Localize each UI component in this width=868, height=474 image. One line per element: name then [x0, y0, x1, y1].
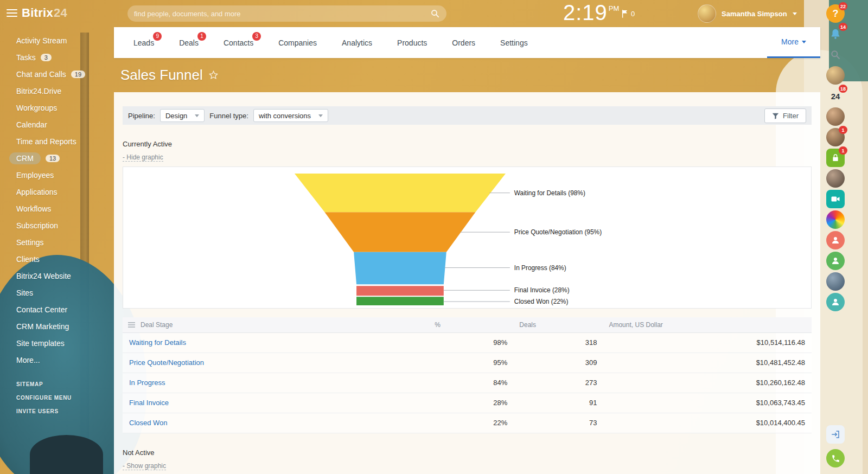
nav-more-button[interactable]: More — [767, 27, 820, 58]
sidebar-item-chat-and-calls[interactable]: Chat and Calls19 — [16, 69, 114, 79]
column-header-amount-us-dollar[interactable]: Amount, US Dollar — [603, 317, 812, 332]
tab-label: Leads — [133, 39, 154, 47]
clock-widget[interactable]: 2:19PM — [563, 1, 618, 25]
sidebar-item-label: Bitrix24 Website — [16, 272, 71, 280]
deals-cell: 318 — [514, 332, 603, 353]
sidebar-footer-link-sitemap[interactable]: SITEMAP — [16, 381, 114, 387]
sidebar-item-settings[interactable]: Settings — [16, 238, 114, 247]
sidebar-item-more[interactable]: More... — [16, 355, 114, 365]
tab-leads[interactable]: Leads9 — [133, 39, 154, 47]
secure-chat-lock-icon[interactable]: 1 — [826, 149, 845, 167]
user-avatar[interactable] — [826, 169, 845, 188]
user-avatar[interactable] — [826, 272, 845, 291]
user-avatar[interactable]: 1 — [826, 128, 845, 146]
sidebar-footer-link-configure-menu[interactable]: CONFIGURE MENU — [16, 395, 114, 401]
sidebar-item-time-and-reports[interactable]: Time and Reports — [16, 137, 114, 146]
table-row[interactable]: In Progress84%273$10,260,162.48 — [123, 373, 812, 393]
bitrix24-messenger-counter[interactable]: 2418 — [826, 87, 845, 105]
funnel-stage-final-invoice — [356, 286, 444, 296]
deal-stage-link[interactable]: Closed Won — [129, 419, 168, 427]
favorite-star-icon[interactable] — [208, 70, 219, 80]
deal-stage-link[interactable]: Price Quote/Negotiation — [129, 358, 204, 367]
sidebar-item-clients[interactable]: Clients — [16, 254, 114, 264]
user-avatar[interactable] — [826, 66, 845, 85]
filter-button[interactable]: Filter — [764, 108, 806, 123]
pipeline-select[interactable]: Design — [160, 109, 205, 122]
deal-stage-link[interactable]: Waiting for Details — [129, 338, 186, 347]
funnel-type-label: Funnel type: — [209, 112, 248, 120]
sidebar-item-employees[interactable]: Employees — [16, 170, 114, 180]
tab-deals[interactable]: Deals1 — [179, 39, 199, 47]
table-settings-icon[interactable] — [128, 322, 135, 329]
sidebar-item-bitrix24-website[interactable]: Bitrix24 Website — [16, 271, 114, 281]
tab-label: Deals — [179, 39, 199, 47]
sidebar-item-label: Calendar — [16, 120, 47, 129]
help-icon[interactable]: ?22 — [826, 4, 845, 23]
crm-nav-bar: Leads9Deals1Contacts3CompaniesAnalyticsP… — [114, 27, 820, 58]
contact-person-icon[interactable] — [826, 231, 845, 249]
user-menu[interactable]: Samantha Simpson — [698, 4, 797, 23]
sidebar-footer-link-invite-users[interactable]: INVITE USERS — [16, 408, 114, 414]
notifications-bell-icon[interactable]: 14 — [826, 25, 845, 43]
tab-orders[interactable]: Orders — [452, 39, 475, 47]
column-header-[interactable]: % — [429, 317, 514, 332]
sidebar-item-badge: 19 — [71, 71, 85, 78]
sidebar-item-activity-stream[interactable]: Activity Stream — [16, 36, 114, 46]
global-search[interactable] — [127, 5, 446, 22]
deal-stage-link[interactable]: Final Invoice — [129, 399, 169, 407]
sidebar-item-label: CRM Marketing — [16, 322, 69, 331]
video-call-icon[interactable] — [826, 190, 845, 208]
sidebar-item-workflows[interactable]: Workflows — [16, 204, 114, 214]
table-row[interactable]: Closed Won22%73$10,014,400.45 — [123, 413, 812, 433]
tab-analytics[interactable]: Analytics — [342, 39, 372, 47]
pct-cell: 84% — [429, 373, 514, 393]
contact-person-icon[interactable] — [826, 293, 845, 311]
crm-nav-tabs: Leads9Deals1Contacts3CompaniesAnalyticsP… — [133, 39, 528, 47]
user-name: Samantha Simpson — [722, 10, 787, 18]
funnel-type-select[interactable]: with conversions — [253, 109, 328, 122]
sidebar-item-subscription[interactable]: Subscription — [16, 221, 114, 230]
call-phone-icon[interactable] — [826, 449, 845, 467]
marketplace-icon[interactable] — [826, 210, 845, 229]
funnel-stage-label: Price Quote/Negotiation (95%) — [514, 228, 602, 236]
table-row[interactable]: Price Quote/Negotiation95%309$10,481,452… — [123, 353, 812, 373]
section-title-active: Currently Active — [123, 140, 812, 148]
tab-settings[interactable]: Settings — [500, 39, 528, 47]
menu-hamburger-icon[interactable] — [7, 9, 17, 19]
table-row[interactable]: Waiting for Details98%318$10,514,116.48 — [123, 332, 812, 353]
table-row[interactable]: Final Invoice28%91$10,063,743.45 — [123, 393, 812, 413]
sidebar-item-calendar[interactable]: Calendar — [16, 120, 114, 130]
flag-counter[interactable]: 0 — [622, 10, 635, 18]
sidebar-item-label: Sites — [16, 289, 33, 297]
column-header-deal-stage[interactable]: Deal Stage — [123, 317, 429, 332]
pct-cell: 22% — [429, 413, 514, 433]
sidebar-item-crm-marketing[interactable]: CRM Marketing — [16, 322, 114, 331]
sidebar-item-crm[interactable]: CRM13 — [16, 153, 114, 163]
search-icon[interactable] — [430, 9, 440, 18]
contact-person-icon[interactable] — [826, 252, 845, 270]
export-feed-icon[interactable] — [826, 425, 845, 444]
sidebar-item-label: Activity Stream — [16, 36, 67, 45]
sidebar-item-label: Site templates — [16, 339, 65, 348]
sidebar-item-label: Contact Center — [16, 305, 67, 314]
sidebar-item-applications[interactable]: Applications — [16, 187, 114, 197]
tab-companies[interactable]: Companies — [278, 39, 317, 47]
sidebar-item-tasks[interactable]: Tasks3 — [16, 53, 114, 62]
tab-badge: 9 — [153, 32, 162, 41]
tab-products[interactable]: Products — [397, 39, 427, 47]
user-avatar[interactable] — [826, 107, 845, 126]
tab-contacts[interactable]: Contacts3 — [224, 39, 253, 47]
funnel-stage-waiting-for-details — [295, 174, 506, 212]
sidebar-item-bitrix24-drive[interactable]: Bitrix24.Drive — [16, 86, 114, 96]
sidebar-item-contact-center[interactable]: Contact Center — [16, 305, 114, 315]
bitrix24-logo[interactable]: Bitrix24 — [22, 6, 67, 20]
hide-graphic-link[interactable]: - Hide graphic — [123, 153, 163, 162]
show-graphic-link[interactable]: - Show graphic — [123, 462, 166, 470]
column-header-deals[interactable]: Deals — [514, 317, 603, 332]
deal-stage-link[interactable]: In Progress — [129, 379, 165, 387]
sidebar-item-site-templates[interactable]: Site templates — [16, 338, 114, 348]
sidebar-item-sites[interactable]: Sites — [16, 288, 114, 298]
sidebar-item-workgroups[interactable]: Workgroups — [16, 103, 114, 113]
search-input[interactable] — [134, 10, 430, 18]
quick-search-icon[interactable] — [826, 46, 845, 64]
